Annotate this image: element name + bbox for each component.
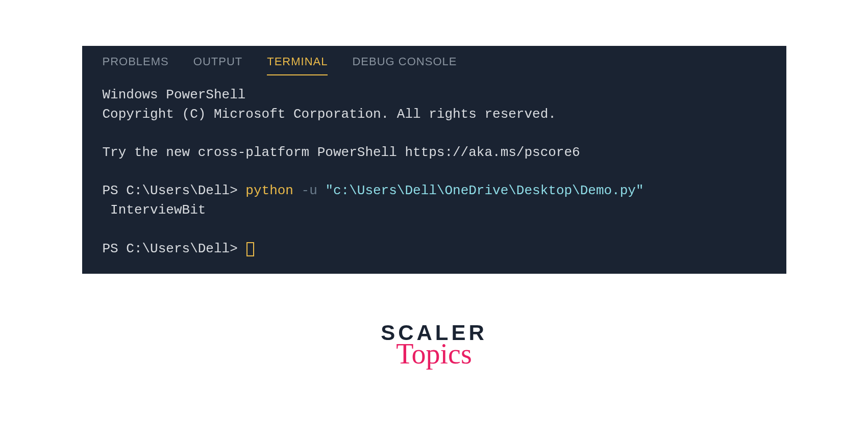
terminal-prompt-1: PS C:\Users\Dell> (103, 183, 246, 198)
tab-terminal[interactable]: TERMINAL (267, 55, 328, 75)
tab-debug-console[interactable]: DEBUG CONSOLE (352, 55, 457, 75)
terminal-header-line1: Windows PowerShell (103, 87, 246, 102)
tab-problems[interactable]: PROBLEMS (103, 55, 169, 75)
terminal-header-line2: Copyright (C) Microsoft Corporation. All… (103, 107, 556, 122)
terminal-cmd-path: "c:\Users\Dell\OneDrive\Desktop\Demo.py" (325, 183, 643, 198)
terminal-output: InterviewBit (103, 202, 206, 218)
terminal-prompt-2: PS C:\Users\Dell> (103, 241, 246, 256)
tab-output[interactable]: OUTPUT (193, 55, 242, 75)
scaler-topics-logo: SCALER Topics (381, 322, 487, 372)
terminal-panel: PROBLEMS OUTPUT TERMINAL DEBUG CONSOLE W… (82, 46, 786, 274)
terminal-body[interactable]: Windows PowerShell Copyright (C) Microso… (82, 75, 786, 264)
logo-topics-text: Topics (381, 339, 487, 368)
terminal-cursor (246, 242, 254, 256)
terminal-cmd-python: python (245, 183, 293, 198)
terminal-cmd-flag: -u (293, 183, 325, 198)
panel-tabs: PROBLEMS OUTPUT TERMINAL DEBUG CONSOLE (82, 46, 786, 75)
terminal-try-message: Try the new cross-platform PowerShell ht… (103, 145, 580, 160)
